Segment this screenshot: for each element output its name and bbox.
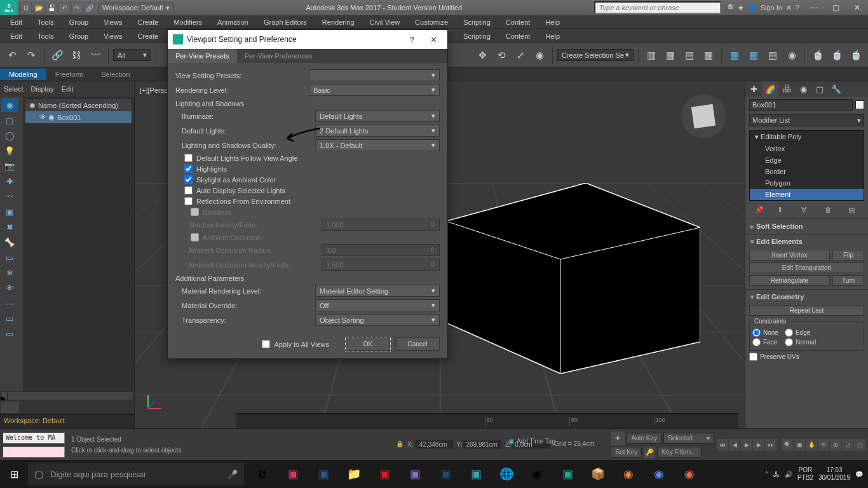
maximize-button[interactable]: ▢ xyxy=(825,0,846,15)
next-frame-icon[interactable]: ▶ xyxy=(753,439,764,451)
app-powerpoint-icon[interactable]: ▣ xyxy=(278,460,308,488)
menu-item[interactable]: Tools xyxy=(31,17,60,27)
modifier-list-dropdown[interactable]: Modifier List▾ xyxy=(749,114,864,126)
cancel-button[interactable]: Cancel xyxy=(395,337,440,351)
app-3dsmax-icon[interactable]: ▣ xyxy=(553,460,582,488)
frozen-filter-icon[interactable]: ❄ xyxy=(1,266,18,280)
menu-item[interactable]: Help xyxy=(539,17,566,27)
scene-explorer-select[interactable]: Select xyxy=(4,85,24,93)
view-cube[interactable] xyxy=(681,94,726,139)
setkey-button[interactable]: Set Key xyxy=(611,447,642,458)
close-button[interactable]: ✕ xyxy=(846,0,868,15)
show-result-icon[interactable]: Ⅱ xyxy=(778,206,789,216)
coord-y[interactable]: 269,981cm xyxy=(463,440,501,449)
qat-save-icon[interactable]: 💾 xyxy=(46,2,57,13)
viewport-object-box[interactable] xyxy=(446,183,700,374)
app-flash-icon[interactable]: ▣ xyxy=(370,460,399,488)
app-photoshop-icon[interactable]: ▣ xyxy=(431,460,460,488)
app-word-icon[interactable]: ▣ xyxy=(309,460,338,488)
chk-auto-display-lights[interactable]: Auto Display Selected Lights xyxy=(184,186,440,194)
key-mode-icon[interactable]: 🔑 xyxy=(644,447,655,458)
tray-up-icon[interactable]: ˄ xyxy=(765,471,768,478)
create-tab-icon[interactable]: ✚ xyxy=(745,81,762,97)
chk-highlights[interactable]: Highlights xyxy=(184,165,440,173)
menu-item[interactable]: Views xyxy=(97,31,128,41)
rotate-icon[interactable]: ⟲ xyxy=(493,47,510,64)
preserve-uvs-check[interactable]: Preserve UVs xyxy=(749,353,864,361)
unique-icon[interactable]: ∀ xyxy=(801,206,811,216)
scene-tree-header[interactable]: ◉ Name (Sorted Ascending) xyxy=(25,99,132,111)
dope-sheet-icon[interactable]: ▦ xyxy=(745,47,762,64)
time-tag-icon[interactable]: ▣ xyxy=(508,438,514,445)
dialog-help-button[interactable]: ? xyxy=(403,32,421,46)
chk-follow-view-angle[interactable]: Default Lights Follow View Angle xyxy=(184,154,440,162)
rollout-edit-geometry[interactable]: Edit Geometry xyxy=(749,291,864,303)
schematic-icon[interactable]: ▤ xyxy=(764,47,781,64)
app-generic1-icon[interactable]: 📦 xyxy=(583,460,613,488)
undo-icon[interactable]: ↶ xyxy=(4,47,20,64)
qat-redo-icon[interactable]: ↷ xyxy=(71,2,83,13)
app-generic2-icon[interactable]: ◉ xyxy=(675,460,704,488)
menu-item[interactable]: Help xyxy=(539,31,566,41)
tray-volume-icon[interactable]: 🔊 xyxy=(785,471,792,478)
display-all-icon[interactable]: ◉ xyxy=(1,98,18,112)
app-chrome-icon[interactable]: 🌐 xyxy=(492,460,521,488)
menu-item[interactable]: Edit xyxy=(4,31,29,41)
maxscript-listener[interactable]: Welcome to MA xyxy=(3,432,65,444)
redo-icon[interactable]: ↷ xyxy=(23,47,39,64)
chk-shadows[interactable]: Shadows xyxy=(191,208,440,216)
menu-item[interactable]: Graph Editors xyxy=(257,17,313,27)
constraint-normal[interactable]: Normal xyxy=(785,338,816,346)
menu-item[interactable]: Customize xyxy=(409,17,454,27)
constraint-none[interactable]: None xyxy=(752,329,778,337)
transparency-dropdown[interactable]: Object Sorting▾ xyxy=(315,314,440,326)
xrefs-filter-icon[interactable]: ✖ xyxy=(1,220,18,234)
qat-link-icon[interactable]: 🔗 xyxy=(84,2,95,13)
stack-polygon[interactable]: Polygon xyxy=(750,177,864,189)
spacewarps-filter-icon[interactable]: 〰 xyxy=(1,189,18,203)
scene-explorer-display[interactable]: Display xyxy=(31,85,54,93)
misc3-icon[interactable]: ▭ xyxy=(1,327,18,341)
autokey-button[interactable]: Auto Key xyxy=(627,433,661,444)
goto-start-icon[interactable]: ⏮ xyxy=(717,439,728,451)
link-icon[interactable]: 🔗 xyxy=(49,47,65,64)
scene-explorer-edit[interactable]: Edit xyxy=(62,85,74,93)
play-icon[interactable]: ▶ xyxy=(741,439,752,451)
tab-per-view-presets[interactable]: Per-View Presets xyxy=(168,49,237,63)
render-frame-icon[interactable]: 🍵 xyxy=(829,47,845,64)
container-filter-icon[interactable]: ▭ xyxy=(1,250,18,264)
key-filters-button[interactable]: Key Filters... xyxy=(657,447,702,458)
align-icon[interactable]: ▦ xyxy=(662,47,679,64)
utilities-tab-icon[interactable]: 🔧 xyxy=(828,81,844,97)
menu-item[interactable]: Group xyxy=(63,31,95,41)
illuminate-dropdown[interactable]: Default Lights▾ xyxy=(315,110,440,122)
layer-icon[interactable]: ▤ xyxy=(681,47,698,64)
insert-vertex-button[interactable]: Insert Vertex xyxy=(749,250,830,261)
material-level-dropdown[interactable]: Material Editor Setting▾ xyxy=(315,285,440,297)
infocenter-icon[interactable]: 🔎 xyxy=(725,4,734,12)
menu-item[interactable]: Edit xyxy=(4,17,29,27)
tray-network-icon[interactable]: 🖧 xyxy=(773,471,780,478)
scale-icon[interactable]: ⤢ xyxy=(512,47,529,64)
orbit-icon[interactable]: ⟲ xyxy=(818,439,829,451)
zoom-ext-icon[interactable]: ⊞ xyxy=(830,439,841,451)
modify-tab-icon[interactable]: 🌈 xyxy=(762,81,778,97)
repeat-last-button[interactable]: Repeat Last xyxy=(749,305,864,316)
move-icon[interactable]: ✥ xyxy=(474,47,491,64)
material-icon[interactable]: ◉ xyxy=(783,47,800,64)
ok-button[interactable]: OK xyxy=(346,337,390,351)
hidden-filter-icon[interactable]: 👁 xyxy=(1,281,18,295)
menu-item[interactable]: Group xyxy=(63,17,95,27)
pan-icon[interactable]: ✋ xyxy=(806,439,817,451)
stack-edge[interactable]: Edge xyxy=(750,154,864,166)
named-selection[interactable]: Create Selection Se▾ xyxy=(557,49,634,61)
ribbon-tab-selection[interactable]: Selection xyxy=(92,69,139,80)
coord-x[interactable]: -42,348cm xyxy=(415,440,453,449)
menu-item[interactable]: Civil View xyxy=(363,17,406,27)
start-button[interactable]: ⊞ xyxy=(0,460,28,488)
chk-apply-all-views[interactable]: Apply to All Views xyxy=(262,340,329,348)
user-icon[interactable]: 👤 xyxy=(748,4,757,12)
prev-frame-icon[interactable]: ◀ xyxy=(729,439,740,451)
helpers-filter-icon[interactable]: ✚ xyxy=(1,174,18,188)
bind-icon[interactable]: 〰 xyxy=(87,47,104,64)
